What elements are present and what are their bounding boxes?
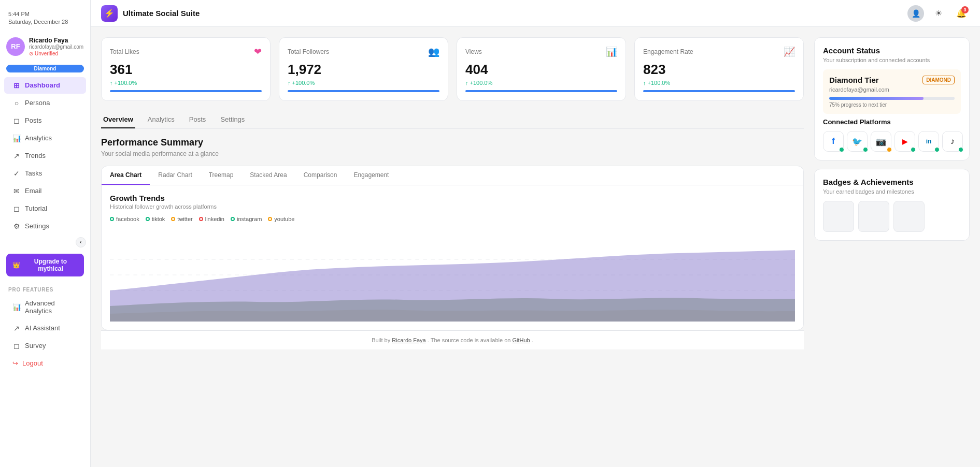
header-user-avatar[interactable]: 👤 — [907, 5, 924, 22]
arrow-up-icon: ↑ — [643, 80, 646, 86]
tier-badge-label: DIAMOND — [922, 76, 955, 84]
upgrade-button[interactable]: 👑 Upgrade to mythical — [6, 254, 84, 276]
sidebar-item-label: Tasks — [25, 169, 42, 177]
user-email: ricardofaya@gmail.com — [29, 44, 83, 50]
sidebar-collapse: ‹ — [0, 235, 90, 250]
notifications-icon[interactable]: 🔔 3 — [953, 5, 970, 22]
settings-icon: ⚙ — [12, 222, 21, 230]
chart-tab-radar[interactable]: Radar Chart — [150, 166, 200, 185]
pro-features-label: PRO FEATURES — [0, 283, 90, 295]
sidebar-item-analytics[interactable]: 📊 Analytics — [4, 130, 86, 147]
persona-icon: ○ — [12, 99, 21, 107]
sidebar-item-label: Dashboard — [25, 81, 60, 89]
platform-tiktok[interactable]: ♪ — [942, 131, 963, 152]
sidebar-item-label: Tutorial — [25, 205, 47, 212]
chart-tab-engagement[interactable]: Engagement — [345, 166, 397, 185]
platform-linkedin[interactable]: in — [918, 131, 939, 152]
stat-icon: 📈 — [784, 46, 795, 57]
platform-instagram[interactable]: 📷 — [871, 131, 891, 152]
tab-settings[interactable]: Settings — [218, 111, 247, 128]
chart-body: Growth Trends Historical follower growth… — [102, 185, 803, 330]
posts-icon: ◻ — [12, 116, 21, 125]
footer: Built by Ricardo Faya . The source code … — [101, 330, 804, 349]
github-link[interactable]: GitHub — [512, 337, 530, 343]
sidebar-item-tutorial[interactable]: ◻ Tutorial — [4, 200, 86, 217]
logout-button[interactable]: ↪ Logout — [4, 355, 86, 371]
section-tabs: Overview Analytics Posts Settings — [101, 111, 804, 129]
sidebar-item-posts[interactable]: ◻ Posts — [4, 112, 86, 129]
header-right: 👤 ☀ 🔔 3 — [907, 5, 970, 22]
legend-dot — [146, 217, 150, 221]
account-status-title: Account Status — [823, 46, 961, 55]
sidebar-item-tasks[interactable]: ✓ Tasks — [4, 165, 86, 182]
sidebar-item-label: Analytics — [25, 134, 52, 142]
sidebar-item-persona[interactable]: ○ Persona — [4, 95, 86, 111]
platform-status — [958, 147, 963, 152]
chart-tab-treemap[interactable]: Treemap — [201, 166, 242, 185]
platforms-grid: f 🐦 📷 ▶ in — [823, 131, 961, 152]
tab-analytics[interactable]: Analytics — [146, 111, 177, 128]
time-display: 5:44 PM Saturday, December 28 — [0, 6, 90, 33]
platform-twitter[interactable]: 🐦 — [847, 131, 868, 152]
collapse-button[interactable]: ‹ — [76, 237, 86, 247]
stat-value: 404 — [465, 62, 617, 78]
sidebar-item-ai-assistant[interactable]: ↗ AI Assistant — [4, 320, 86, 337]
platform-youtube[interactable]: ▶ — [894, 131, 915, 152]
performance-subtitle: Your social media performance at a glanc… — [101, 150, 804, 157]
analytics-icon: 📊 — [12, 134, 21, 142]
stat-change: ↑ +100.0% — [465, 80, 617, 86]
tutorial-icon: ◻ — [12, 205, 21, 213]
platform-status — [887, 147, 892, 152]
legend-twitter: twitter — [171, 216, 192, 222]
author-link[interactable]: Ricardo Faya — [392, 337, 425, 343]
platform-status — [839, 147, 844, 152]
tab-posts[interactable]: Posts — [187, 111, 208, 128]
chart-tab-stacked[interactable]: Stacked Area — [242, 166, 295, 185]
badges-subtitle: Your earned badges and milestones — [823, 188, 961, 195]
sidebar-item-settings[interactable]: ⚙ Settings — [4, 218, 86, 235]
sidebar-item-advanced-analytics[interactable]: 📊 Advanced Analytics — [4, 295, 86, 319]
legend-youtube: youtube — [268, 216, 294, 222]
sidebar-item-label: Survey — [25, 342, 46, 349]
sidebar: 5:44 PM Saturday, December 28 RF Ricardo… — [0, 0, 91, 467]
account-status-card: Account Status Your subscription and con… — [814, 37, 970, 160]
platform-status — [934, 147, 940, 152]
sidebar-item-dashboard[interactable]: ⊞ Dashboard — [4, 77, 86, 94]
badges-row — [823, 201, 961, 232]
tier-progress-fill — [829, 97, 924, 100]
chart-tab-area[interactable]: Area Chart — [102, 166, 150, 185]
tier-email: ricardofaya@gmail.com — [829, 86, 955, 93]
stat-bar — [643, 90, 795, 92]
platform-facebook[interactable]: f — [823, 131, 844, 152]
area-chart — [110, 228, 795, 322]
date: Saturday, December 28 — [8, 18, 82, 26]
legend-instagram: instagram — [231, 216, 262, 222]
chart-tabs: Area Chart Radar Chart Treemap Stacked A… — [102, 166, 803, 185]
legend-dot — [110, 217, 114, 221]
stat-card-likes: Total Likes ❤ 361 ↑ +100.0% — [101, 37, 271, 101]
chart-subtitle: Historical follower growth across platfo… — [110, 203, 795, 210]
crown-icon: 👑 — [12, 261, 20, 269]
sidebar-item-survey[interactable]: ◻ Survey — [4, 338, 86, 354]
trends-icon: ↗ — [12, 152, 21, 160]
settings-header-icon[interactable]: ☀ — [930, 5, 947, 22]
sidebar-item-label: Persona — [25, 99, 50, 107]
sidebar-item-label: Advanced Analytics — [25, 299, 78, 315]
sidebar-item-label: Settings — [25, 222, 49, 230]
sidebar-item-email[interactable]: ✉ Email — [4, 183, 86, 199]
unverified-icon: ⊘ — [29, 51, 33, 56]
chart-svg — [110, 228, 795, 322]
stat-label: Engagement Rate — [643, 48, 693, 55]
chart-tab-comparison[interactable]: Comparison — [295, 166, 346, 185]
stat-label: Total Likes — [110, 48, 139, 55]
stat-bar — [110, 90, 262, 92]
chart-legend: facebook tiktok twitter linkedin — [110, 216, 795, 222]
brand-name: Ultimate Social Suite — [123, 9, 200, 18]
badge-placeholder — [893, 201, 925, 232]
account-status-subtitle: Your subscription and connected accounts — [823, 57, 961, 63]
legend-dot — [199, 217, 203, 221]
sidebar-item-trends[interactable]: ↗ Trends — [4, 148, 86, 164]
stat-icon: ❤ — [254, 46, 262, 57]
tab-overview[interactable]: Overview — [101, 111, 135, 128]
user-profile: RF Ricardo Faya ricardofaya@gmail.com ⊘ … — [0, 33, 90, 63]
